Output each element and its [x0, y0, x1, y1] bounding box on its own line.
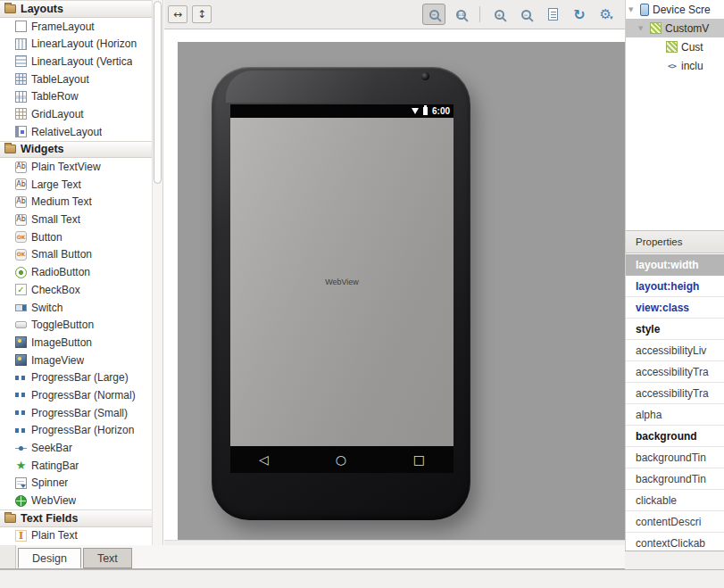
right-panel-bottom-gap: [625, 551, 724, 569]
fit-vertical-icon: ↕: [197, 8, 206, 21]
progressbar-icon: [15, 393, 27, 397]
widget-palette: Layouts FrameLayout LinearLayout (Horizo…: [0, 0, 152, 545]
palette-scrollbar[interactable]: [152, 0, 163, 545]
linearlayout-horizontal-icon: [15, 38, 27, 50]
palette-item-progressbar-normal[interactable]: ProgressBar (Normal): [0, 386, 152, 404]
refresh-button[interactable]: ↻: [568, 4, 591, 25]
fit-horizontal-button[interactable]: ↔: [168, 5, 187, 23]
palette-item-progressbar-large[interactable]: ProgressBar (Large): [0, 369, 152, 386]
palette-item-label: ProgressBar (Horizon: [31, 424, 134, 436]
palette-item-linearlayout-horizontal[interactable]: LinearLayout (Horizon: [0, 35, 152, 53]
palette-item-plain-textview[interactable]: Plain TextView: [0, 158, 152, 176]
property-row-accessibility-traversal-1[interactable]: accessibilityTra: [626, 361, 724, 383]
tree-item-customview-child[interactable]: Cust: [626, 37, 724, 56]
palette-item-seekbar[interactable]: SeekBar: [0, 439, 152, 457]
palette-item-spinner[interactable]: Spinner: [0, 475, 152, 493]
device-screen-icon: [640, 4, 649, 16]
palette-item-label: SeekBar: [31, 442, 72, 454]
fit-horizontal-icon: ↔: [173, 8, 182, 21]
property-row-background-tint-2[interactable]: backgroundTin: [626, 468, 724, 490]
palette-item-medium-text[interactable]: Medium Text: [0, 194, 152, 211]
palette-item-label: Plain Text: [31, 529, 78, 542]
zoom-actual-size-button[interactable]: 1:1: [449, 4, 472, 25]
tree-item-device-screen[interactable]: Device Scre: [626, 0, 724, 19]
palette-item-ratingbar[interactable]: RatingBar: [0, 457, 152, 475]
zoom-in-icon: +: [495, 10, 504, 20]
textview-icon: [15, 214, 27, 226]
zoom-out-icon: −: [521, 10, 531, 20]
palette-section-text-fields[interactable]: Text Fields: [0, 509, 152, 527]
palette-item-progressbar-small[interactable]: ProgressBar (Small): [0, 404, 152, 422]
property-row-accessibility-traversal-2[interactable]: accessibilityTra: [626, 383, 724, 404]
palette-item-small-text[interactable]: Small Text: [0, 211, 152, 228]
expander-icon[interactable]: [638, 25, 648, 32]
property-row-background[interactable]: background: [626, 426, 724, 447]
palette-item-radiobutton[interactable]: RadioButton: [0, 263, 152, 281]
home-icon: ○: [336, 452, 346, 467]
palette-item-imagebutton[interactable]: ImageButton: [0, 334, 152, 352]
palette-item-tablelayout[interactable]: TableLayout: [0, 70, 152, 88]
palette-section-label: Text Fields: [21, 512, 78, 525]
palette-scrollbar-thumb[interactable]: [154, 1, 162, 184]
palette-item-plain-text[interactable]: Plain Text: [0, 527, 152, 545]
tab-text[interactable]: Text: [83, 548, 132, 568]
property-name: accessibilityLiv: [636, 344, 706, 357]
property-name: contentDescri: [636, 516, 701, 528]
spinner-icon: [15, 477, 27, 489]
palette-item-imageview[interactable]: ImageView: [0, 352, 152, 369]
tree-item-include[interactable]: inclu: [626, 56, 724, 75]
palette-item-checkbox[interactable]: CheckBox: [0, 281, 152, 299]
imagebutton-icon: [15, 336, 27, 348]
expander-icon[interactable]: [628, 6, 638, 13]
property-row-content-description[interactable]: contentDescri: [626, 511, 724, 533]
palette-item-gridlayout[interactable]: GridLayout: [0, 105, 152, 123]
property-row-layout-height[interactable]: layout:heigh: [626, 276, 724, 297]
tab-design[interactable]: Design: [18, 548, 81, 568]
palette-item-relativelayout[interactable]: RelativeLayout: [0, 123, 152, 141]
palette-item-button[interactable]: Button: [0, 228, 152, 246]
palette-item-label: LinearLayout (Vertica: [31, 55, 132, 68]
property-row-accessibility-live[interactable]: accessibilityLiv: [626, 340, 724, 361]
camera-dot: [421, 72, 429, 80]
palette-item-webview[interactable]: WebView: [0, 492, 152, 509]
ratingbar-icon: [15, 460, 27, 471]
palette-item-switch[interactable]: Switch: [0, 299, 152, 317]
button-icon: [15, 231, 27, 243]
tree-item-label: Cust: [681, 41, 703, 54]
palette-item-small-button[interactable]: Small Button: [0, 246, 152, 264]
property-row-clickable[interactable]: clickable: [626, 490, 724, 511]
palette-item-label: Large Text: [31, 178, 81, 191]
snapshot-button[interactable]: [541, 4, 564, 25]
webview-icon: [15, 495, 27, 507]
zoom-in-button[interactable]: +: [487, 4, 511, 25]
property-row-style[interactable]: style: [626, 319, 724, 340]
palette-section-layouts[interactable]: Layouts: [0, 0, 152, 18]
property-row-layout-width[interactable]: layout:width: [626, 254, 724, 276]
palette-item-label: Button: [31, 231, 62, 244]
palette-item-label: ProgressBar (Large): [31, 371, 129, 384]
tree-item-customview[interactable]: CustomV: [626, 19, 724, 37]
palette-item-progressbar-horizontal[interactable]: ProgressBar (Horizon: [0, 422, 152, 440]
zoom-to-fit-button[interactable]: ↔: [422, 4, 445, 25]
palette-item-tablerow[interactable]: TableRow: [0, 87, 152, 105]
palette-item-large-text[interactable]: Large Text: [0, 176, 152, 194]
device-mockup: 6:00 WebView ◁ ○ □: [212, 67, 470, 520]
fit-vertical-button[interactable]: ↕: [192, 5, 212, 23]
property-row-alpha[interactable]: alpha: [626, 404, 724, 426]
include-icon: [666, 60, 678, 71]
zoom-out-button[interactable]: −: [514, 4, 537, 25]
palette-item-label: Small Button: [31, 248, 92, 261]
property-name: view:class: [636, 302, 689, 314]
palette-item-togglebutton[interactable]: ToggleButton: [0, 316, 152, 334]
tree-item-label: Device Scre: [653, 4, 711, 16]
design-surface[interactable]: 6:00 WebView ◁ ○ □: [178, 42, 625, 540]
palette-item-linearlayout-vertical[interactable]: LinearLayout (Vertica: [0, 53, 152, 70]
palette-section-widgets[interactable]: Widgets: [0, 141, 152, 159]
palette-item-framelayout[interactable]: FrameLayout: [0, 18, 152, 36]
palette-section-label: Widgets: [21, 143, 64, 155]
webview-element[interactable]: WebView: [230, 118, 454, 446]
property-row-context-clickable[interactable]: contextClickab: [626, 533, 724, 551]
property-row-view-class[interactable]: view:class: [626, 297, 724, 319]
property-row-background-tint-1[interactable]: backgroundTin: [626, 447, 724, 468]
settings-button[interactable]: ⚙▾: [595, 4, 618, 25]
